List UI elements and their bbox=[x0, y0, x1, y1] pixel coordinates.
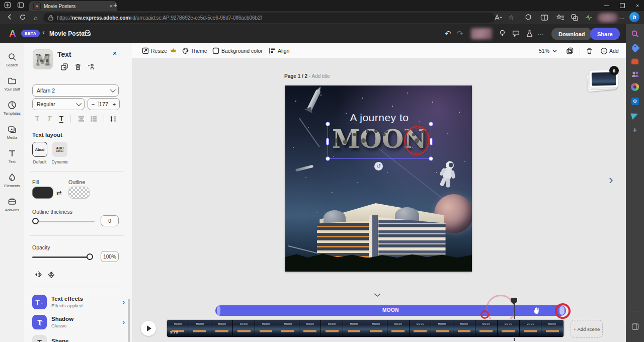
more-options-icon[interactable]: … bbox=[537, 29, 546, 38]
sidebar-add-icon[interactable]: + bbox=[630, 125, 639, 134]
extensions-icon[interactable] bbox=[524, 14, 533, 22]
tab-search-icon[interactable] bbox=[17, 2, 25, 10]
opacity-knob[interactable] bbox=[87, 253, 93, 260]
layout-default-tile[interactable]: Abcd bbox=[32, 142, 47, 157]
poster-subtitle-text[interactable]: A journey to bbox=[316, 112, 442, 124]
selection-handle-sw[interactable] bbox=[326, 156, 330, 161]
opacity-slider[interactable] bbox=[32, 256, 93, 258]
delete-icon[interactable] bbox=[74, 63, 83, 71]
tab-groups-icon[interactable] bbox=[571, 14, 579, 22]
collections-icon[interactable] bbox=[556, 14, 565, 22]
outline-thickness-slider[interactable] bbox=[32, 221, 95, 222]
flip-vertical-icon[interactable] bbox=[47, 271, 55, 279]
font-weight-select[interactable]: Regular bbox=[32, 98, 85, 110]
background-color-button[interactable]: Background color bbox=[221, 48, 263, 54]
delete-page-icon[interactable] bbox=[586, 47, 593, 54]
add-page-icon[interactable] bbox=[600, 47, 607, 54]
outline-thickness-value[interactable]: 0 bbox=[101, 215, 119, 226]
poster-canvas[interactable]: A journey to MOON ↺ bbox=[285, 86, 472, 272]
text-align-button[interactable] bbox=[77, 115, 85, 123]
sidebar-panel-icon[interactable] bbox=[630, 322, 639, 331]
animate-icon[interactable] bbox=[87, 63, 96, 71]
font-size-stepper[interactable]: − 177 + bbox=[88, 98, 120, 110]
copilot-icon[interactable]: b bbox=[629, 12, 639, 22]
tab-close-icon[interactable]: × bbox=[110, 3, 113, 9]
panel-scrollbar[interactable] bbox=[128, 299, 130, 342]
rotate-handle[interactable]: ↺ bbox=[374, 162, 383, 170]
font-size-decrease[interactable]: − bbox=[88, 101, 99, 107]
selection-handle-w[interactable] bbox=[326, 138, 329, 145]
selection-handle-nw[interactable] bbox=[326, 122, 330, 126]
font-size-increase[interactable]: + bbox=[109, 101, 119, 107]
add-button[interactable]: Add bbox=[609, 48, 619, 54]
selection-handle-se[interactable] bbox=[429, 156, 433, 161]
selection-handle-ne[interactable] bbox=[429, 122, 433, 126]
profile-avatar[interactable] bbox=[598, 13, 618, 22]
shape-row[interactable]: T Shape › bbox=[30, 335, 126, 342]
opacity-value[interactable]: 100% bbox=[101, 251, 119, 262]
sidebar-item-elements[interactable]: Elements bbox=[0, 169, 24, 192]
undo-button[interactable]: ↶ bbox=[445, 29, 454, 38]
resize-button[interactable]: Resize bbox=[151, 48, 167, 54]
reorder-pages-icon[interactable] bbox=[566, 47, 573, 54]
favorites-icon[interactable]: ☆ bbox=[508, 14, 517, 22]
window-close-button[interactable]: × bbox=[630, 0, 644, 11]
text-effects-row[interactable]: T⋮ Text effects Effects applied › bbox=[30, 295, 126, 313]
new-tab-button[interactable]: + bbox=[113, 1, 117, 9]
collapse-timeline-icon[interactable] bbox=[373, 293, 383, 299]
workspaces-icon[interactable] bbox=[4, 2, 12, 10]
refresh-button[interactable] bbox=[16, 14, 29, 22]
sidebar-item-your-stuff[interactable]: Your stuff bbox=[0, 72, 24, 96]
sidebar-item-templates[interactable]: Templates bbox=[0, 97, 24, 120]
suggestions-icon[interactable] bbox=[498, 29, 507, 38]
sidebar-item-add-ons[interactable]: Add-ons bbox=[0, 193, 24, 216]
sidebar-outlook-icon[interactable]: O bbox=[630, 97, 639, 106]
outline-color-swatch[interactable] bbox=[68, 187, 90, 199]
italic-button[interactable]: T bbox=[47, 115, 51, 122]
selection-handle-e[interactable] bbox=[430, 138, 433, 145]
panel-close-icon[interactable]: × bbox=[113, 49, 117, 57]
window-maximize-button[interactable] bbox=[615, 0, 630, 11]
bold-button[interactable]: T bbox=[35, 115, 39, 122]
layout-dynamic-tile[interactable]: ABC DEFGH bbox=[52, 142, 67, 157]
sidebar-tools-icon[interactable] bbox=[630, 56, 639, 65]
underline-button[interactable]: T bbox=[59, 115, 63, 123]
outline-thickness-knob[interactable] bbox=[32, 218, 39, 224]
sidebar-designer-icon[interactable] bbox=[630, 82, 639, 92]
share-button[interactable]: Share bbox=[590, 28, 620, 40]
align-button[interactable]: Align bbox=[278, 48, 289, 54]
shadow-row[interactable]: T Shadow Classic › bbox=[30, 315, 126, 333]
duplicate-icon[interactable] bbox=[60, 63, 69, 71]
url-field[interactable]: https://new.express.adobe.com/id/urn:aai… bbox=[43, 13, 495, 23]
next-page-chevron[interactable]: › bbox=[609, 172, 613, 188]
settings-menu-icon[interactable]: … bbox=[619, 14, 627, 22]
window-minimize-button[interactable] bbox=[599, 0, 614, 11]
add-scene-button[interactable]: + Add scene bbox=[571, 320, 603, 338]
adobe-express-logo[interactable]: A bbox=[7, 29, 18, 39]
play-button[interactable] bbox=[141, 321, 156, 336]
flip-horizontal-icon[interactable] bbox=[34, 271, 42, 279]
sidebar-people-icon[interactable] bbox=[630, 69, 639, 78]
back-button[interactable] bbox=[3, 13, 16, 22]
line-spacing-button[interactable] bbox=[110, 115, 117, 123]
experiments-icon[interactable] bbox=[525, 29, 534, 38]
font-family-select[interactable]: Alfarn 2 bbox=[32, 84, 119, 97]
browser-essentials-icon[interactable] bbox=[585, 14, 593, 22]
swap-colors-icon[interactable]: ⇄ bbox=[56, 189, 62, 197]
list-button[interactable] bbox=[90, 115, 98, 123]
page-label[interactable]: Page 1 / 2 - Add title bbox=[284, 73, 330, 79]
redo-button[interactable]: ↷ bbox=[457, 29, 466, 38]
sidebar-shopping-icon[interactable] bbox=[630, 43, 639, 52]
read-aloud-icon[interactable] bbox=[494, 14, 503, 22]
sidebar-item-text[interactable]: Text bbox=[0, 145, 24, 168]
theme-button[interactable]: Theme bbox=[191, 48, 207, 54]
zoom-level[interactable]: 51% bbox=[539, 48, 549, 54]
sidebar-drop-icon[interactable] bbox=[630, 111, 639, 120]
sidebar-search-icon[interactable] bbox=[630, 29, 639, 38]
home-button[interactable]: ⌂ bbox=[29, 14, 42, 22]
back-chevron[interactable]: ‹ bbox=[42, 28, 45, 36]
comment-icon[interactable] bbox=[512, 29, 521, 38]
sidebar-item-search[interactable]: Search bbox=[0, 48, 24, 71]
font-size-value[interactable]: 177 bbox=[99, 101, 109, 107]
sidebar-item-media[interactable]: Media bbox=[0, 121, 24, 144]
